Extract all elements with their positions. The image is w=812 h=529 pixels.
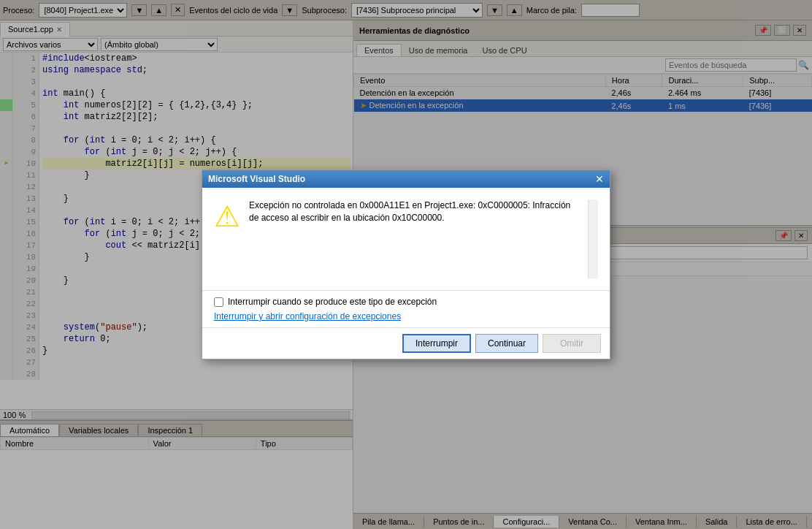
btn-continuar[interactable]: Continuar <box>475 334 538 353</box>
modal-title: Microsoft Visual Studio <box>208 174 305 184</box>
modal-message: Excepción no controlada en 0x000A11E1 en… <box>249 199 579 278</box>
modal-footer: Interrumpir cuando se produce este tipo … <box>202 290 610 327</box>
btn-omitir[interactable]: Omitir <box>543 334 601 353</box>
modal-checkbox[interactable] <box>214 297 223 307</box>
modal-overlay: Microsoft Visual Studio ✕ ⚠ Excepción no… <box>0 0 812 529</box>
warning-icon: ⚠ <box>214 199 240 278</box>
modal-buttons: Interrumpir Continuar Omitir <box>202 327 610 359</box>
exception-modal: Microsoft Visual Studio ✕ ⚠ Excepción no… <box>202 170 610 359</box>
modal-link[interactable]: Interrumpir y abrir configuración de exc… <box>214 311 401 321</box>
modal-checkbox-row: Interrumpir cuando se produce este tipo … <box>214 297 598 307</box>
modal-close-btn[interactable]: ✕ <box>595 173 604 185</box>
modal-scrollbar[interactable] <box>588 199 598 278</box>
btn-interrumpir[interactable]: Interrumpir <box>402 334 471 353</box>
modal-titlebar: Microsoft Visual Studio ✕ <box>202 170 610 188</box>
modal-body: ⚠ Excepción no controlada en 0x000A11E1 … <box>202 188 610 290</box>
modal-checkbox-label: Interrumpir cuando se produce este tipo … <box>228 297 437 307</box>
